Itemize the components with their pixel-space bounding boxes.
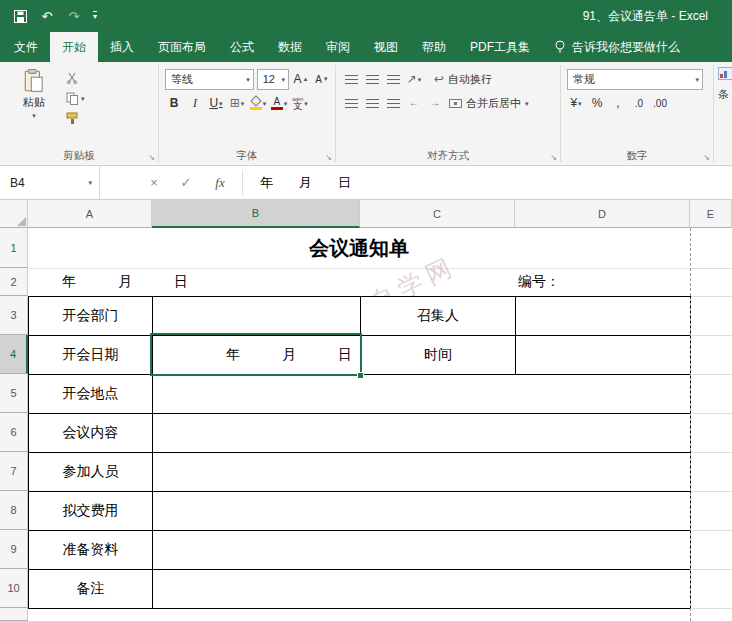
- wrap-text-button[interactable]: ↩ 自动换行: [434, 69, 492, 89]
- cell-a9[interactable]: 准备资料: [28, 530, 153, 570]
- cell-b10-merged[interactable]: [152, 569, 691, 609]
- cell-c4[interactable]: 时间: [360, 335, 516, 375]
- row-header-7[interactable]: 7: [0, 452, 28, 491]
- document-title-cell[interactable]: 会议通知单: [28, 228, 690, 268]
- clipboard-dialog-launcher-icon[interactable]: ↘: [148, 154, 155, 162]
- date-line-cell[interactable]: 年 月 日: [28, 268, 358, 296]
- enter-icon[interactable]: ✓: [172, 166, 200, 199]
- row-header-3[interactable]: 3: [0, 296, 28, 335]
- col-header-c[interactable]: C: [360, 200, 515, 228]
- align-center-button[interactable]: [363, 93, 381, 113]
- cell-b7-merged[interactable]: [152, 452, 691, 492]
- comma-format-button[interactable]: ,: [609, 93, 627, 113]
- tab-view[interactable]: 视图: [362, 32, 410, 62]
- font-dialog-launcher-icon[interactable]: ↘: [325, 154, 332, 162]
- merge-center-button[interactable]: 合并后居中 ▾: [449, 93, 529, 113]
- row-header-8[interactable]: 8: [0, 491, 28, 530]
- number-label-cell[interactable]: 编号：: [515, 268, 691, 296]
- formula-input[interactable]: 年 月 日: [248, 166, 732, 199]
- tab-insert[interactable]: 插入: [98, 32, 146, 62]
- tab-review[interactable]: 审阅: [314, 32, 362, 62]
- row-header-6[interactable]: 6: [0, 413, 28, 452]
- align-left-button[interactable]: [342, 93, 360, 113]
- row-header-2[interactable]: 2: [0, 268, 28, 296]
- redo-icon[interactable]: ↷: [66, 8, 82, 24]
- col-header-d[interactable]: D: [515, 200, 690, 228]
- paste-button[interactable]: 粘贴 ▾: [10, 67, 58, 147]
- name-box[interactable]: B4 ▾: [0, 166, 100, 199]
- row-header-partial: [0, 608, 28, 621]
- select-all-button[interactable]: [0, 200, 28, 228]
- cell-b5-merged[interactable]: [152, 374, 691, 414]
- tell-me[interactable]: 告诉我你想要做什么: [554, 32, 680, 62]
- cancel-icon[interactable]: ×: [140, 166, 168, 199]
- decrease-indent-button[interactable]: ←: [405, 93, 423, 113]
- font-name-combo[interactable]: 等线 ▾: [165, 69, 254, 90]
- tab-data[interactable]: 数据: [266, 32, 314, 62]
- cell-a8[interactable]: 拟交费用: [28, 491, 153, 531]
- grow-font-button[interactable]: A▲: [292, 69, 310, 89]
- tab-file[interactable]: 文件: [2, 32, 50, 62]
- conditional-formatting-label[interactable]: 条: [718, 87, 730, 102]
- active-cell-selection[interactable]: [150, 333, 362, 376]
- cell-a5[interactable]: 开会地点: [28, 374, 153, 414]
- customize-toolbar-icon[interactable]: ▾: [93, 11, 97, 21]
- format-painter-button[interactable]: [66, 110, 85, 126]
- number-dialog-launcher-icon[interactable]: ↘: [703, 154, 710, 162]
- cut-button[interactable]: [66, 70, 85, 86]
- percent-format-button[interactable]: %: [588, 93, 606, 113]
- font-color-button[interactable]: A ▾: [270, 93, 288, 113]
- cell-b8-merged[interactable]: [152, 491, 691, 531]
- align-right-button[interactable]: [384, 93, 402, 113]
- undo-icon[interactable]: ↶: [39, 8, 55, 24]
- cell-b6-merged[interactable]: [152, 413, 691, 453]
- row-header-9[interactable]: 9: [0, 530, 28, 569]
- fill-handle[interactable]: [357, 372, 364, 379]
- fill-color-caret-icon: ▾: [263, 100, 267, 107]
- copy-button[interactable]: ▾: [66, 90, 85, 106]
- tab-page-layout[interactable]: 页面布局: [146, 32, 218, 62]
- cell-b9-merged[interactable]: [152, 530, 691, 570]
- save-icon[interactable]: [12, 8, 28, 24]
- row-header-10[interactable]: 10: [0, 569, 28, 608]
- decrease-decimal-button[interactable]: .00: [651, 93, 669, 113]
- cell-b3[interactable]: [152, 296, 361, 336]
- tab-pdf-tools[interactable]: PDF工具集: [458, 32, 542, 62]
- phonetic-guide-button[interactable]: wén文 ▾: [291, 93, 309, 113]
- cell-c3[interactable]: 召集人: [360, 296, 516, 336]
- row-header-4[interactable]: 4: [0, 335, 28, 374]
- tab-home[interactable]: 开始: [50, 32, 98, 62]
- number-format-combo[interactable]: 常规 ▾: [567, 69, 703, 90]
- row-header-5[interactable]: 5: [0, 374, 28, 413]
- cell-a6[interactable]: 会议内容: [28, 413, 153, 453]
- align-middle-button[interactable]: [363, 69, 381, 89]
- tab-formulas[interactable]: 公式: [218, 32, 266, 62]
- col-header-b[interactable]: B: [152, 200, 360, 228]
- col-header-e[interactable]: E: [690, 200, 732, 228]
- currency-format-button[interactable]: ¥▾: [567, 93, 585, 113]
- alignment-dialog-launcher-icon[interactable]: ↘: [550, 154, 557, 162]
- increase-decimal-button[interactable]: .0: [630, 93, 648, 113]
- italic-button[interactable]: I: [186, 93, 204, 113]
- cell-a7[interactable]: 参加人员: [28, 452, 153, 492]
- shrink-font-button[interactable]: A▼: [313, 69, 331, 89]
- tab-help[interactable]: 帮助: [410, 32, 458, 62]
- align-top-button[interactable]: [342, 69, 360, 89]
- bold-button[interactable]: B: [165, 93, 183, 113]
- fill-color-button[interactable]: ▾: [249, 93, 267, 113]
- cell-d3[interactable]: [515, 296, 691, 336]
- increase-indent-button[interactable]: →: [426, 93, 444, 113]
- borders-button[interactable]: ⊞▾: [228, 93, 246, 113]
- cell-a3[interactable]: 开会部门: [28, 296, 153, 336]
- insert-function-button[interactable]: fx: [206, 166, 234, 199]
- cell-a4[interactable]: 开会日期: [28, 335, 153, 375]
- align-bottom-button[interactable]: [384, 69, 402, 89]
- underline-button[interactable]: U▾: [207, 93, 225, 113]
- row-header-1[interactable]: 1: [0, 228, 28, 268]
- font-size-combo[interactable]: 12 ▾: [257, 69, 289, 90]
- cell-d4[interactable]: [515, 335, 691, 375]
- cell-a10[interactable]: 备注: [28, 569, 153, 609]
- orientation-button[interactable]: ↗▾: [405, 69, 423, 89]
- col-header-a[interactable]: A: [28, 200, 152, 228]
- gridline: [691, 296, 732, 297]
